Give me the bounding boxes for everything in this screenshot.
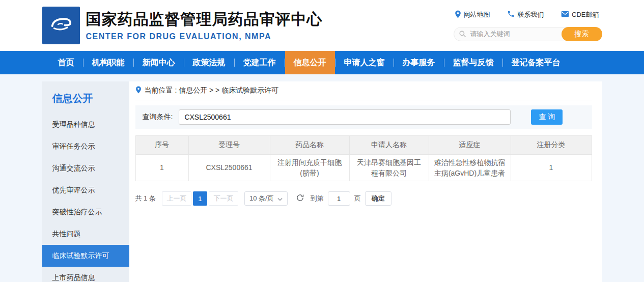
contact-us-link[interactable]: 联系我们 [507, 10, 544, 20]
nav-item-registration-platform[interactable]: 登记备案平台 [503, 51, 569, 74]
sidebar-item-review-tasks[interactable]: 审评任务公示 [42, 135, 129, 157]
cell-seq: 1 [135, 155, 188, 181]
col-header-drug-name: 药品名称 [270, 136, 349, 155]
refresh-icon [296, 193, 304, 204]
prev-page-button[interactable]: 上一页 [162, 191, 191, 206]
site-search-button[interactable]: 搜索 [562, 27, 602, 41]
table-row: 1 CXSL2500661 注射用间充质干细胞(脐带) 天津昂赛细胞基因工程有限… [135, 155, 592, 181]
cell-acceptance-no: CXSL2500661 [188, 155, 270, 181]
nav-item-party-building[interactable]: 党建工作 [235, 51, 285, 74]
col-header-applicant: 申请人名称 [349, 136, 429, 155]
col-header-acceptance-no: 受理号 [188, 136, 270, 155]
page-size-select[interactable]: 10 条/页 [244, 191, 288, 206]
location-pin-icon [455, 10, 461, 20]
sidebar-item-accepted-varieties[interactable]: 受理品种信息 [42, 114, 129, 135]
cell-applicant: 天津昂赛细胞基因工程有限公司 [349, 155, 429, 181]
cde-logo[interactable] [42, 7, 80, 44]
cell-drug-name: 注射用间充质干细胞(脐带) [270, 155, 349, 181]
cell-registration-class: 1 [511, 155, 592, 181]
results-header-row: 序号 受理号 药品名称 申请人名称 适应症 注册分类 [135, 136, 592, 155]
sidebar-title: 信息公开 [42, 92, 129, 105]
sidebar-item-breakthrough-therapy[interactable]: 突破性治疗公示 [42, 201, 129, 223]
results-table: 序号 受理号 药品名称 申请人名称 适应症 注册分类 1 CXSL2500661… [135, 135, 592, 181]
nav-item-information-disclosure[interactable]: 信息公开 [285, 51, 335, 74]
sidebar-item-communication[interactable]: 沟通交流公示 [42, 157, 129, 179]
content-area: 信息公开 受理品种信息 审评任务公示 沟通交流公示 优先审评公示 突破性治疗公示… [42, 81, 602, 282]
phone-icon [507, 10, 515, 19]
sidebar-item-common-questions[interactable]: 共性问题 [42, 223, 129, 245]
header-utility-links: 网站地图 联系我们 CDE邮箱 [454, 10, 602, 20]
page-unit-label: 页 [354, 194, 361, 203]
pagination-total: 共 1 条 [135, 194, 156, 203]
query-condition-input[interactable] [179, 109, 511, 125]
cell-indication: 难治性急性移植物抗宿主病(aGvHD)儿童患者 [429, 155, 511, 181]
col-header-indication: 适应症 [429, 136, 511, 155]
confirm-button[interactable]: 确定 [365, 191, 391, 206]
sidebar-item-clinical-trial-implied-license[interactable]: 临床试验默示许可 [42, 245, 129, 267]
mail-icon [561, 11, 569, 19]
nav-item-supervision-feedback[interactable]: 监督与反馈 [444, 51, 502, 74]
search-icon [459, 30, 466, 40]
pagination: 共 1 条 上一页 1 下一页 10 条/页 到第 页 确定 [135, 191, 592, 206]
cde-mail-link-label: CDE邮箱 [572, 10, 599, 19]
col-header-seq: 序号 [135, 136, 188, 155]
site-search: 搜索 [454, 27, 602, 41]
sidebar: 信息公开 受理品种信息 审评任务公示 沟通交流公示 优先审评公示 突破性治疗公示… [42, 81, 129, 282]
page-size-value: 10 条/页 [249, 194, 274, 203]
nav-item-home[interactable]: 首页 [49, 51, 83, 74]
breadcrumb-text: 当前位置 : 信息公开 > > 临床试验默示许可 [145, 86, 279, 95]
sitemap-link[interactable]: 网站地图 [455, 10, 490, 20]
page-number-button[interactable]: 1 [193, 191, 207, 206]
sidebar-item-priority-review[interactable]: 优先审评公示 [42, 179, 129, 201]
main-panel: 当前位置 : 信息公开 > > 临床试验默示许可 查询条件: 查 询 序号 受理… [129, 81, 602, 282]
nav-item-services[interactable]: 办事服务 [394, 51, 444, 74]
site-subtitle: CENTER FOR DRUG EVALUATION, NMPA [86, 32, 323, 41]
cde-logo-emblem-icon [47, 10, 75, 41]
query-condition-label: 查询条件: [143, 112, 173, 122]
query-panel: 查询条件: 查 询 [135, 105, 592, 129]
refresh-button[interactable] [296, 193, 304, 204]
breadcrumb: 当前位置 : 信息公开 > > 临床试验默示许可 [135, 81, 592, 100]
nav-item-applicant-window[interactable]: 申请人之窗 [335, 51, 394, 74]
goto-page-input[interactable] [328, 191, 350, 206]
site-title: 国家药品监督管理局药品审评中心 [86, 10, 323, 29]
col-header-registration-class: 注册分类 [511, 136, 592, 155]
breadcrumb-pin-icon [135, 86, 142, 95]
nav-item-policies[interactable]: 政策法规 [184, 51, 234, 74]
sitemap-link-label: 网站地图 [464, 10, 490, 19]
next-page-button[interactable]: 下一页 [209, 191, 238, 206]
nav-item-news[interactable]: 新闻中心 [134, 51, 184, 74]
page-header: 国家药品监督管理局药品审评中心 CENTER FOR DRUG EVALUATI… [0, 0, 644, 51]
chevron-down-icon [277, 195, 283, 203]
query-button[interactable]: 查 询 [531, 109, 563, 125]
sidebar-item-marketed-drugs[interactable]: 上市药品信息 [42, 267, 129, 282]
cde-mail-link[interactable]: CDE邮箱 [561, 10, 599, 20]
contact-us-link-label: 联系我们 [517, 10, 544, 19]
main-nav: 首页 机构职能 新闻中心 政策法规 党建工作 信息公开 申请人之窗 办事服务 监… [0, 51, 644, 74]
nav-item-functions[interactable]: 机构职能 [83, 51, 133, 74]
goto-page-label: 到第 [311, 194, 324, 203]
